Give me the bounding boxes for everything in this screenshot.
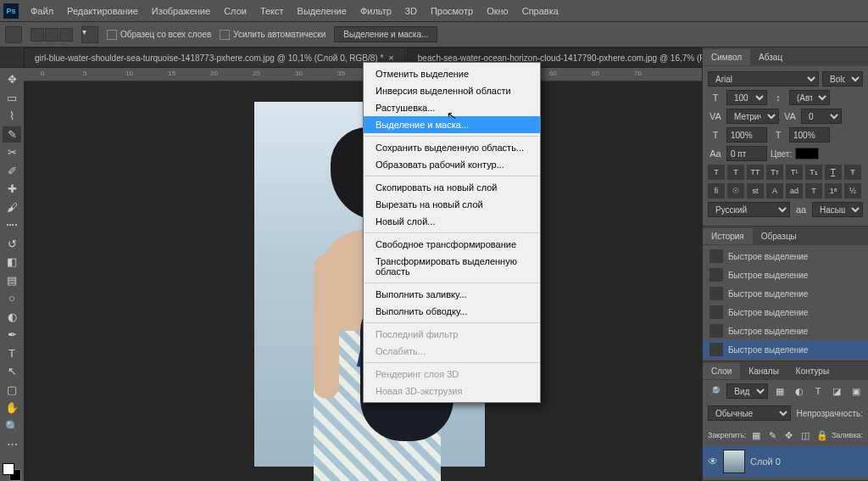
underline[interactable]: T̲ [825, 165, 842, 180]
lock-transparent-icon[interactable]: ▦ [749, 428, 763, 443]
context-menu-item[interactable]: Свободное трансформирование [364, 236, 540, 253]
marquee-tool[interactable]: ▭ [3, 90, 21, 107]
history-brush-tool[interactable]: ↺ [3, 236, 21, 253]
font-size-field[interactable]: 100 пт [726, 90, 767, 105]
search-icon[interactable]: 🔎 [708, 383, 721, 399]
filter-shape-icon[interactable]: ◪ [830, 383, 843, 399]
layer-filter-select[interactable]: Вид [726, 383, 768, 399]
layer-row[interactable]: 👁Слой 0 [703, 446, 868, 477]
zoom-tool[interactable]: 🔍 [3, 418, 21, 435]
menu-select[interactable]: Выделение [291, 6, 353, 16]
filter-smart-icon[interactable]: ▣ [849, 383, 863, 399]
lock-artboard-icon[interactable]: ◫ [798, 428, 812, 443]
faux-italic[interactable]: T [727, 165, 744, 180]
quick-select-tool[interactable]: ✎ [3, 126, 21, 143]
opentype-t[interactable]: T [805, 183, 822, 199]
menu-text[interactable]: Текст [253, 6, 291, 16]
gradient-tool[interactable]: ▤ [3, 272, 21, 289]
visibility-icon[interactable]: 👁 [708, 456, 718, 467]
filter-pixel-icon[interactable]: ▦ [773, 383, 787, 399]
context-menu-item[interactable]: Трансформировать выделенную область [364, 253, 540, 280]
filter-type-icon[interactable]: T [811, 383, 825, 399]
menu-view[interactable]: Просмотр [424, 6, 480, 16]
leading-field[interactable]: (Авто) [789, 90, 830, 105]
dodge-tool[interactable]: ◐ [3, 309, 21, 326]
eraser-tool[interactable]: ◧ [3, 254, 21, 271]
heal-tool[interactable]: ✚ [3, 181, 21, 198]
kerning-field[interactable]: Метрическ [726, 109, 779, 124]
stamp-tool[interactable]: ᠁ [3, 217, 21, 234]
tool-mode-new[interactable] [31, 28, 44, 42]
path-tool[interactable]: ↖ [3, 363, 21, 380]
subscript[interactable]: T₁ [805, 165, 822, 180]
lock-all-icon[interactable]: 🔒 [815, 428, 828, 443]
hand-tool[interactable]: ✋ [3, 400, 21, 417]
brush-preset-icon[interactable]: ▾ [81, 26, 98, 43]
tab-paragraph[interactable]: Абзац [750, 49, 791, 65]
tab-paths[interactable]: Контуры [787, 363, 837, 379]
tool-mode-sub[interactable] [59, 28, 73, 42]
tab-history[interactable]: История [703, 228, 753, 244]
history-step[interactable]: Быстрое выделение [703, 266, 868, 284]
lasso-tool[interactable]: ⌇ [3, 108, 21, 125]
strike[interactable]: Ŧ [844, 165, 861, 180]
brush-tool[interactable]: 🖌 [3, 199, 21, 216]
history-step[interactable]: Быстрое выделение [703, 284, 868, 303]
tracking-field[interactable]: 0 [801, 109, 842, 124]
all-caps[interactable]: TT [747, 165, 764, 180]
pen-tool[interactable]: ✒ [3, 327, 21, 344]
menu-edit[interactable]: Редактирование [60, 6, 145, 16]
type-tool[interactable]: T [3, 345, 21, 362]
opentype-o[interactable]: ☉ [727, 183, 744, 199]
tool-mode-add[interactable] [45, 28, 58, 42]
context-menu-item[interactable]: Вырезать на новый слой [364, 196, 540, 213]
opentype-fi[interactable]: fi [708, 183, 725, 199]
eyedropper-tool[interactable]: ✐ [3, 163, 21, 180]
history-step[interactable]: Быстрое выделение [703, 247, 868, 266]
font-style-select[interactable]: Bold [822, 71, 863, 87]
sample-all-layers-check[interactable]: Образец со всех слоев [107, 30, 211, 40]
menu-3d[interactable]: 3D [398, 6, 424, 16]
context-menu-item[interactable]: Выполнить обводку... [364, 303, 540, 320]
layer-thumbnail[interactable] [723, 450, 745, 473]
opentype-fr[interactable]: ½ [844, 183, 861, 199]
context-menu-item[interactable]: Скопировать на новый слой [364, 179, 540, 196]
color-swatch[interactable] [3, 463, 21, 481]
context-menu-item[interactable]: Новый слой... [364, 213, 540, 230]
menu-file[interactable]: Файл [24, 6, 60, 16]
active-tool-icon[interactable] [5, 26, 22, 43]
select-and-mask-button[interactable]: Выделение и маска... [334, 26, 437, 42]
context-menu-item[interactable]: Образовать рабочий контур... [364, 156, 540, 173]
auto-enhance-check[interactable]: Усилить автоматически [220, 30, 326, 40]
menu-help[interactable]: Справка [515, 6, 565, 16]
crop-tool[interactable]: ✂ [3, 144, 21, 161]
shape-tool[interactable]: ▢ [3, 382, 21, 399]
blur-tool[interactable]: ○ [3, 290, 21, 307]
layer-name[interactable]: Слой 0 [750, 456, 781, 467]
context-menu-item[interactable]: Отменить выделение [364, 65, 540, 82]
vscale-field[interactable] [726, 127, 767, 143]
menu-filter[interactable]: Фильтр [353, 6, 398, 16]
history-step[interactable]: Быстрое выделение [703, 303, 868, 322]
opentype-a[interactable]: A [766, 183, 783, 199]
lock-move-icon[interactable]: ✥ [782, 428, 796, 443]
context-menu-item[interactable]: Выполнить заливку... [364, 286, 540, 303]
tab-channels[interactable]: Каналы [740, 363, 787, 379]
context-menu-item[interactable]: Сохранить выделенную область... [364, 139, 540, 156]
menu-image[interactable]: Изображение [145, 6, 217, 16]
document-tab-active[interactable]: girl-blue-water-shoulder-sea-turquoise-1… [24, 48, 405, 67]
antialias-select[interactable]: Насыще... [812, 202, 863, 217]
tab-character[interactable]: Символ [703, 49, 750, 65]
move-tool[interactable]: ✥ [3, 71, 21, 88]
text-color-swatch[interactable] [795, 148, 819, 159]
history-step[interactable]: Быстрое выделение [703, 340, 868, 359]
opentype-st[interactable]: st [747, 183, 764, 199]
superscript[interactable]: T¹ [786, 165, 803, 180]
context-menu-item[interactable]: Инверсия выделенной области [364, 82, 540, 99]
tab-layers[interactable]: Слои [703, 363, 740, 379]
opentype-1[interactable]: 1ª [825, 183, 842, 199]
history-step[interactable]: Быстрое выделение [703, 322, 868, 340]
language-select[interactable]: Русский [708, 202, 790, 217]
edit-toolbar[interactable]: ⋯ [3, 436, 21, 453]
tab-swatches[interactable]: Образцы [753, 228, 805, 244]
